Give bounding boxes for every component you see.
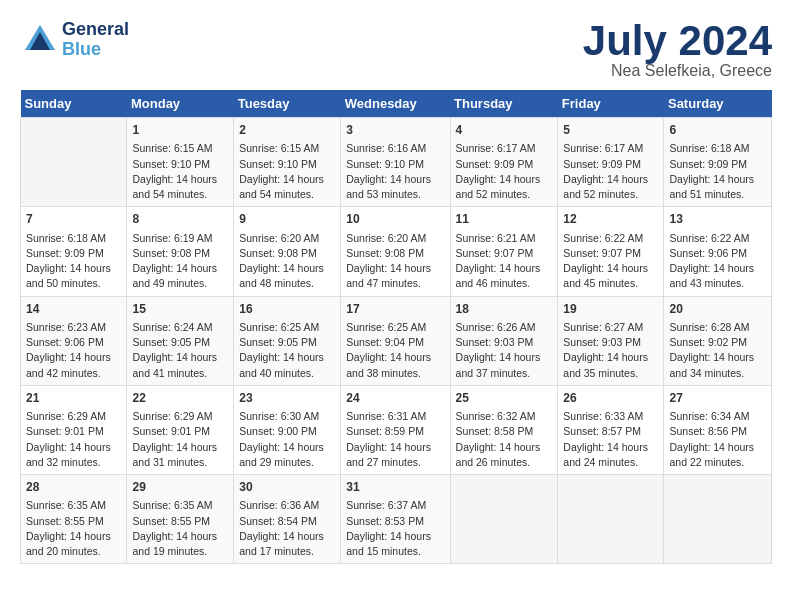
day-number: 4 [456, 122, 553, 139]
column-header-monday: Monday [127, 90, 234, 118]
day-number: 24 [346, 390, 444, 407]
day-info: Sunrise: 6:35 AM Sunset: 8:55 PM Dayligh… [132, 498, 228, 559]
day-number: 30 [239, 479, 335, 496]
calendar-week-3: 21Sunrise: 6:29 AM Sunset: 9:01 PM Dayli… [21, 385, 772, 474]
day-number: 3 [346, 122, 444, 139]
calendar-cell: 29Sunrise: 6:35 AM Sunset: 8:55 PM Dayli… [127, 475, 234, 564]
day-info: Sunrise: 6:16 AM Sunset: 9:10 PM Dayligh… [346, 141, 444, 202]
day-info: Sunrise: 6:21 AM Sunset: 9:07 PM Dayligh… [456, 231, 553, 292]
month-title: July 2024 [583, 20, 772, 62]
calendar-cell: 31Sunrise: 6:37 AM Sunset: 8:53 PM Dayli… [341, 475, 450, 564]
day-number: 19 [563, 301, 658, 318]
calendar-cell: 12Sunrise: 6:22 AM Sunset: 9:07 PM Dayli… [558, 207, 664, 296]
day-number: 8 [132, 211, 228, 228]
day-info: Sunrise: 6:18 AM Sunset: 9:09 PM Dayligh… [669, 141, 766, 202]
day-info: Sunrise: 6:26 AM Sunset: 9:03 PM Dayligh… [456, 320, 553, 381]
day-number: 17 [346, 301, 444, 318]
day-info: Sunrise: 6:36 AM Sunset: 8:54 PM Dayligh… [239, 498, 335, 559]
day-info: Sunrise: 6:25 AM Sunset: 9:05 PM Dayligh… [239, 320, 335, 381]
calendar-cell: 17Sunrise: 6:25 AM Sunset: 9:04 PM Dayli… [341, 296, 450, 385]
calendar-cell: 15Sunrise: 6:24 AM Sunset: 9:05 PM Dayli… [127, 296, 234, 385]
day-number: 11 [456, 211, 553, 228]
calendar-header-row: SundayMondayTuesdayWednesdayThursdayFrid… [21, 90, 772, 118]
column-header-sunday: Sunday [21, 90, 127, 118]
day-number: 2 [239, 122, 335, 139]
column-header-saturday: Saturday [664, 90, 772, 118]
day-number: 15 [132, 301, 228, 318]
day-info: Sunrise: 6:27 AM Sunset: 9:03 PM Dayligh… [563, 320, 658, 381]
day-info: Sunrise: 6:37 AM Sunset: 8:53 PM Dayligh… [346, 498, 444, 559]
day-number: 7 [26, 211, 121, 228]
calendar-cell [558, 475, 664, 564]
calendar-cell: 21Sunrise: 6:29 AM Sunset: 9:01 PM Dayli… [21, 385, 127, 474]
calendar-cell [664, 475, 772, 564]
logo-general-text: General [62, 20, 129, 40]
day-number: 9 [239, 211, 335, 228]
calendar-cell: 30Sunrise: 6:36 AM Sunset: 8:54 PM Dayli… [234, 475, 341, 564]
logo: General Blue [20, 20, 129, 60]
calendar-cell: 3Sunrise: 6:16 AM Sunset: 9:10 PM Daylig… [341, 118, 450, 207]
day-info: Sunrise: 6:31 AM Sunset: 8:59 PM Dayligh… [346, 409, 444, 470]
day-number: 27 [669, 390, 766, 407]
day-info: Sunrise: 6:17 AM Sunset: 9:09 PM Dayligh… [456, 141, 553, 202]
day-info: Sunrise: 6:20 AM Sunset: 9:08 PM Dayligh… [346, 231, 444, 292]
calendar-cell: 24Sunrise: 6:31 AM Sunset: 8:59 PM Dayli… [341, 385, 450, 474]
calendar-cell: 14Sunrise: 6:23 AM Sunset: 9:06 PM Dayli… [21, 296, 127, 385]
day-number: 6 [669, 122, 766, 139]
day-number: 5 [563, 122, 658, 139]
day-info: Sunrise: 6:18 AM Sunset: 9:09 PM Dayligh… [26, 231, 121, 292]
day-info: Sunrise: 6:35 AM Sunset: 8:55 PM Dayligh… [26, 498, 121, 559]
day-info: Sunrise: 6:25 AM Sunset: 9:04 PM Dayligh… [346, 320, 444, 381]
day-number: 1 [132, 122, 228, 139]
day-info: Sunrise: 6:24 AM Sunset: 9:05 PM Dayligh… [132, 320, 228, 381]
calendar-cell: 26Sunrise: 6:33 AM Sunset: 8:57 PM Dayli… [558, 385, 664, 474]
day-number: 10 [346, 211, 444, 228]
day-info: Sunrise: 6:29 AM Sunset: 9:01 PM Dayligh… [26, 409, 121, 470]
title-block: July 2024 Nea Selefkeia, Greece [583, 20, 772, 80]
calendar-cell: 10Sunrise: 6:20 AM Sunset: 9:08 PM Dayli… [341, 207, 450, 296]
calendar-cell: 16Sunrise: 6:25 AM Sunset: 9:05 PM Dayli… [234, 296, 341, 385]
day-number: 20 [669, 301, 766, 318]
day-info: Sunrise: 6:15 AM Sunset: 9:10 PM Dayligh… [239, 141, 335, 202]
calendar-cell: 2Sunrise: 6:15 AM Sunset: 9:10 PM Daylig… [234, 118, 341, 207]
day-info: Sunrise: 6:15 AM Sunset: 9:10 PM Dayligh… [132, 141, 228, 202]
day-info: Sunrise: 6:30 AM Sunset: 9:00 PM Dayligh… [239, 409, 335, 470]
day-number: 12 [563, 211, 658, 228]
day-number: 13 [669, 211, 766, 228]
logo-blue-text: Blue [62, 40, 129, 60]
location-subtitle: Nea Selefkeia, Greece [583, 62, 772, 80]
calendar-cell: 20Sunrise: 6:28 AM Sunset: 9:02 PM Dayli… [664, 296, 772, 385]
calendar-cell [450, 475, 558, 564]
calendar-week-1: 7Sunrise: 6:18 AM Sunset: 9:09 PM Daylig… [21, 207, 772, 296]
calendar-cell: 13Sunrise: 6:22 AM Sunset: 9:06 PM Dayli… [664, 207, 772, 296]
column-header-tuesday: Tuesday [234, 90, 341, 118]
calendar-cell: 27Sunrise: 6:34 AM Sunset: 8:56 PM Dayli… [664, 385, 772, 474]
day-info: Sunrise: 6:28 AM Sunset: 9:02 PM Dayligh… [669, 320, 766, 381]
calendar-cell: 11Sunrise: 6:21 AM Sunset: 9:07 PM Dayli… [450, 207, 558, 296]
day-number: 16 [239, 301, 335, 318]
calendar-cell: 5Sunrise: 6:17 AM Sunset: 9:09 PM Daylig… [558, 118, 664, 207]
day-info: Sunrise: 6:22 AM Sunset: 9:06 PM Dayligh… [669, 231, 766, 292]
day-number: 26 [563, 390, 658, 407]
day-number: 31 [346, 479, 444, 496]
day-number: 29 [132, 479, 228, 496]
day-number: 18 [456, 301, 553, 318]
calendar-cell: 9Sunrise: 6:20 AM Sunset: 9:08 PM Daylig… [234, 207, 341, 296]
day-info: Sunrise: 6:33 AM Sunset: 8:57 PM Dayligh… [563, 409, 658, 470]
logo-icon [20, 20, 60, 60]
calendar-week-0: 1Sunrise: 6:15 AM Sunset: 9:10 PM Daylig… [21, 118, 772, 207]
day-number: 14 [26, 301, 121, 318]
calendar-cell: 4Sunrise: 6:17 AM Sunset: 9:09 PM Daylig… [450, 118, 558, 207]
calendar-cell: 7Sunrise: 6:18 AM Sunset: 9:09 PM Daylig… [21, 207, 127, 296]
calendar-week-4: 28Sunrise: 6:35 AM Sunset: 8:55 PM Dayli… [21, 475, 772, 564]
calendar-cell: 22Sunrise: 6:29 AM Sunset: 9:01 PM Dayli… [127, 385, 234, 474]
column-header-friday: Friday [558, 90, 664, 118]
day-info: Sunrise: 6:29 AM Sunset: 9:01 PM Dayligh… [132, 409, 228, 470]
day-info: Sunrise: 6:20 AM Sunset: 9:08 PM Dayligh… [239, 231, 335, 292]
calendar-cell: 8Sunrise: 6:19 AM Sunset: 9:08 PM Daylig… [127, 207, 234, 296]
day-number: 22 [132, 390, 228, 407]
day-number: 28 [26, 479, 121, 496]
day-number: 23 [239, 390, 335, 407]
column-header-thursday: Thursday [450, 90, 558, 118]
calendar-cell: 19Sunrise: 6:27 AM Sunset: 9:03 PM Dayli… [558, 296, 664, 385]
